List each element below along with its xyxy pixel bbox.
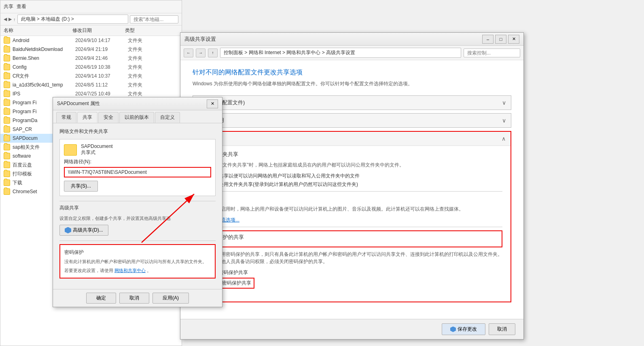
dialog-tabs: 常规 共享 安全 以前的版本 自定义 xyxy=(53,110,222,123)
adv-search-input[interactable] xyxy=(464,49,520,57)
password-protected-section: 密码保护的共享 xyxy=(201,230,502,247)
column-header: 名称 修改日期 类型 xyxy=(0,25,182,36)
nav-back-btn[interactable]: ◀ xyxy=(4,17,7,22)
folder-icon xyxy=(4,99,10,106)
folder-icon xyxy=(4,171,10,177)
folder-icon xyxy=(4,135,10,141)
accordion-all-networks-body: 公用文件夹共享 打开"公用文件夹共享"时，网络上包括家庭组成员在内的用户都可以访… xyxy=(193,146,511,302)
adv-maximize-btn[interactable]: □ xyxy=(495,35,506,44)
apply-button[interactable]: 应用(A) xyxy=(153,293,189,304)
folder-icon xyxy=(4,64,10,70)
list-item[interactable]: Android 2024/9/10 14:17 文件夹 xyxy=(0,36,182,45)
password-protected-desc: 如果已启用密码保护的共享，则只有具备此计算机的用户帐户和密码的用户才可以访问共享… xyxy=(201,251,502,265)
dialog-body: 网络文件和文件夹共享 SAPDocument 共享式 网络路径(N): \\WI… xyxy=(53,123,222,289)
adv-nav-path: 控制面板 > 网络和 Internet > 网络和共享中心 > 高级共享设置 xyxy=(220,48,461,58)
public-folder-option-1[interactable]: 关闭公用文件夹共享(登录到此计算机的用户仍然可以访问这些文件夹) xyxy=(201,181,502,188)
public-folder-desc: 打开"公用文件夹共享"时，网络上包括家庭组成员在内的用户都可以访问公用文件夹中的… xyxy=(201,161,502,169)
adv-close-btn[interactable]: ✕ xyxy=(508,35,519,44)
tab-custom[interactable]: 自定义 xyxy=(155,112,180,123)
toolbar-share[interactable]: 共享 xyxy=(4,3,13,10)
search-input[interactable] xyxy=(130,15,178,23)
adv-cancel-button[interactable]: 取消 xyxy=(489,323,515,335)
password-desc: 没有此计算机的用户帐户和密码的用户可以访问与所有人共享的文件夹。 xyxy=(64,258,211,265)
ok-button[interactable]: 确定 xyxy=(86,293,116,304)
item-date: 2024/9/4 21:46 xyxy=(75,55,128,61)
divider xyxy=(59,201,216,201)
list-item[interactable]: Config 2024/6/19 10:38 文件夹 xyxy=(0,63,182,72)
item-name: CR文件 xyxy=(13,73,75,80)
adv-nav-forward[interactable]: → xyxy=(196,49,205,57)
cancel-button[interactable]: 取消 xyxy=(119,293,149,304)
adv-main-title: 针对不同的网络配置文件更改共享选项 xyxy=(193,68,511,77)
sapdoc-dialog: SAPDocument 属性 ✕ 常规 共享 安全 以前的版本 自定义 网络文件… xyxy=(53,97,222,307)
divider2 xyxy=(59,241,216,241)
folder-icon xyxy=(4,162,10,168)
folder-icon xyxy=(4,179,10,186)
adv-nav-back[interactable]: ← xyxy=(184,49,193,57)
folder-icon xyxy=(4,126,10,133)
folder-icon xyxy=(4,91,10,97)
tab-general[interactable]: 常规 xyxy=(56,112,76,123)
public-folder-options: 启用共享以便可以访问网络的用户可以读取和写入公用文件夹中的文件 关闭公用文件夹共… xyxy=(201,173,502,188)
network-center-link[interactable]: 网络和共享中心 xyxy=(114,268,146,273)
accordion-guest-header[interactable]: 来宾或公用 ∨ xyxy=(193,114,511,127)
folder-icon xyxy=(4,73,10,79)
accordion-private-header[interactable]: 专用 (当前配置文件) ∨ xyxy=(193,96,511,110)
item-date: 2024/7/25 10:49 xyxy=(75,91,128,97)
list-item[interactable]: BaiduNetdiskDownload 2024/9/4 21:19 文件夹 xyxy=(0,45,182,54)
list-item[interactable]: Bernie.Shen 2024/9/4 21:46 文件夹 xyxy=(0,54,182,63)
item-date: 2024/9/4 21:19 xyxy=(75,46,128,52)
advanced-share-btn-label: 高级共享(D)... xyxy=(73,227,103,234)
item-date: 2024/9/10 14:17 xyxy=(75,38,128,43)
adv-nav-up[interactable]: ↑ xyxy=(208,49,218,57)
col-date-header: 修改日期 xyxy=(72,27,125,34)
adv-minimize-btn[interactable]: – xyxy=(482,35,494,44)
share-button[interactable]: 共享(S)... xyxy=(64,181,98,192)
nav-forward-btn[interactable]: ▶ xyxy=(8,17,12,22)
tab-share[interactable]: 共享 xyxy=(77,112,97,123)
password-title: 密码保护 xyxy=(64,249,211,256)
folder-name: SAPDocument xyxy=(81,143,113,149)
adv-content: 针对不同的网络配置文件更改共享选项 Windows 为你所使用的每个网络创建单独… xyxy=(180,60,523,319)
folder-icon xyxy=(4,37,10,44)
media-stream-desc: 当媒体流启用时，网络上的用户和设备便可以访问此计算机上的图片、音乐以及视频。此计… xyxy=(201,205,502,213)
accordion-all-networks: 所有网络 ∧ 公用文件夹共享 打开"公用文件夹共享"时，网络上包括家庭组成员在内… xyxy=(193,131,511,302)
hr1 xyxy=(201,191,502,192)
network-path-label: 网络路径(N): xyxy=(64,158,211,165)
list-item[interactable]: CR文件 2024/9/14 10:37 文件夹 xyxy=(0,72,182,80)
item-type: 文件夹 xyxy=(128,64,160,71)
item-date: 2024/9/14 10:37 xyxy=(75,73,128,79)
item-type: 文件夹 xyxy=(128,37,160,44)
chevron-down-icon2: ∨ xyxy=(502,117,506,124)
nav-up-btn[interactable]: ↑ xyxy=(13,17,16,22)
advanced-share-desc: 设置自定义权限，创建多个共享，并设置其他高级共享选 xyxy=(59,215,216,222)
public-folder-option-0-label: 启用共享以便可以访问网络的用户可以读取和写入公用文件夹中的文件 xyxy=(209,173,360,179)
address-path[interactable]: 此电脑 > 本地磁盘 (D:) > xyxy=(17,15,129,24)
folder-icon xyxy=(4,82,10,88)
advanced-share-button[interactable]: 高级共享(D)... xyxy=(59,225,108,236)
adv-save-button[interactable]: 保存更改 xyxy=(442,323,485,335)
tab-previous[interactable]: 以前的版本 xyxy=(119,112,154,123)
col-name-header: 名称 xyxy=(4,27,72,34)
adv-save-label: 保存更改 xyxy=(458,326,477,333)
tab-security[interactable]: 安全 xyxy=(98,112,119,123)
adv-nav-bar: ← → ↑ 控制面板 > 网络和 Internet > 网络和共享中心 > 高级… xyxy=(180,46,523,60)
dialog-close-btn[interactable]: ✕ xyxy=(207,99,218,108)
password-options: 启用密码保护共享 关闭密码保护共享 xyxy=(201,269,502,290)
list-item[interactable]: ia_a1d3f5c9c4d1_temp 2024/8/5 11:12 文件夹 xyxy=(0,80,182,89)
window-controls: ✕ xyxy=(207,99,218,108)
password-section: 密码保护 没有此计算机的用户帐户和密码的用户可以访问与所有人共享的文件夹。 若要… xyxy=(59,244,216,278)
accordion-all-networks-header[interactable]: 所有网络 ∧ xyxy=(193,132,511,146)
password-option-0[interactable]: 启用密码保护共享 xyxy=(201,269,502,276)
folder-icon xyxy=(4,117,10,124)
item-type: 文件夹 xyxy=(128,55,160,62)
network-share-title: 网络文件和文件夹共享 xyxy=(59,128,216,135)
share-folder-row: SAPDocument 共享式 xyxy=(64,143,211,156)
public-folder-option-0[interactable]: 启用共享以便可以访问网络的用户可以读取和写入公用文件夹中的文件 xyxy=(201,173,502,179)
folder-info: SAPDocument 共享式 xyxy=(81,143,113,156)
dialog-footer: 确定 取消 应用(A) xyxy=(53,289,222,307)
folder-icon xyxy=(4,188,10,195)
folder-icon xyxy=(4,46,10,53)
toolbar-view[interactable]: 查看 xyxy=(17,3,26,10)
explorer-toolbar: 共享 查看 xyxy=(0,0,182,13)
